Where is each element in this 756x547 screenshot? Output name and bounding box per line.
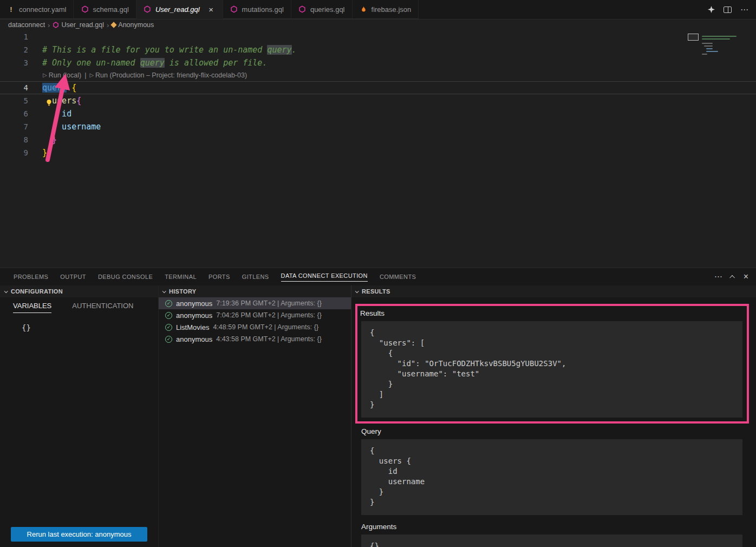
panel-actions: ⋯ × (714, 273, 756, 281)
yaml-warning-icon: ! (7, 5, 15, 14)
history-item-name: anonymous (176, 299, 212, 308)
line-number: 1 (0, 30, 28, 43)
chevron-right-icon: › (107, 21, 109, 29)
arguments-label: Arguments (361, 523, 396, 531)
code-editor[interactable]: 1 2 # This is a file for you to write an… (0, 30, 756, 268)
firebase-flame-icon (360, 5, 368, 14)
section-configuration[interactable]: CONFIGURATION (0, 285, 158, 297)
more-actions-icon[interactable]: ⋯ (740, 6, 748, 13)
rerun-last-execution-button[interactable]: Rerun last execution: anonymous (11, 527, 147, 542)
chevron-down-icon (355, 289, 359, 293)
tab-connector-yaml[interactable]: ! connector.yaml (0, 0, 74, 19)
tab-mutations-gql[interactable]: mutations.gql (223, 0, 291, 19)
run-local-link[interactable]: ▷Run (local) (43, 69, 81, 81)
minimap[interactable] (688, 32, 751, 70)
graphql-icon (230, 5, 238, 14)
code-line: 2 # This is a file for you to write an u… (0, 43, 756, 56)
history-item-meta: 7:19:36 PM GMT+2 | Arguments: {} (216, 299, 322, 307)
section-results[interactable]: RESULTS (351, 285, 756, 297)
more-actions-icon[interactable]: ⋯ (714, 274, 722, 280)
arguments-value: {} (361, 535, 742, 547)
panel-tab-ports[interactable]: PORTS (203, 268, 236, 285)
field-name: username (42, 122, 101, 132)
breadcrumb-file[interactable]: User_read.gql (53, 21, 104, 29)
history-item-meta: 7:04:26 PM GMT+2 | Arguments: {} (216, 311, 322, 319)
comment-text: is allowed per file. (165, 58, 268, 68)
maximize-panel-icon[interactable] (729, 275, 735, 280)
word-highlight: query (140, 58, 165, 68)
breadcrumb: dataconnect › User_read.gql › Anonymous (0, 19, 756, 30)
panel-tab-output[interactable]: OUTPUT (54, 268, 92, 285)
code-line: 6 id (0, 107, 756, 120)
success-check-icon: ✓ (165, 324, 172, 331)
brace: } (42, 148, 47, 158)
history-item[interactable]: ✓ anonymous 4:43:58 PM GMT+2 | Arguments… (159, 333, 351, 345)
lightbulb-icon[interactable] (45, 97, 53, 104)
code-line: 9 } (0, 146, 756, 159)
panel-tab-problems[interactable]: PROBLEMS (8, 268, 54, 285)
tab-queries-gql[interactable]: queries.gql (291, 0, 353, 19)
codelens-separator: | (84, 69, 86, 81)
breadcrumb-folder[interactable]: dataconnect (8, 21, 45, 29)
history-item-name: ListMovies (176, 323, 209, 331)
code-line: 8 } (0, 133, 756, 146)
code-line: 7 username (0, 120, 756, 133)
line-number: 3 (0, 56, 28, 69)
comment-text: . (292, 45, 297, 55)
tab-variables[interactable]: VARIABLES (13, 302, 51, 313)
codelens: ▷Run (local) | ▷Run (Production – Projec… (0, 69, 756, 81)
section-title: CONFIGURATION (11, 288, 63, 295)
tab-firebase-json[interactable]: firebase.json (353, 0, 419, 19)
line-number: 9 (0, 146, 28, 159)
panel-tab-comments[interactable]: COMMENTS (374, 268, 422, 285)
configuration-tabs: VARIABLES AUTHENTICATION (13, 302, 133, 313)
success-check-icon: ✓ (165, 336, 172, 343)
history-item[interactable]: ✓ ListMovies 4:48:59 PM GMT+2 | Argument… (159, 321, 351, 333)
breadcrumb-file-label: User_read.gql (61, 21, 104, 29)
breadcrumb-symbol[interactable]: Anonymous (112, 21, 154, 29)
query-code: { users { id username } } (361, 439, 742, 515)
close-panel-icon[interactable]: × (744, 273, 748, 281)
code-line: 3 # Only one un-named query is allowed p… (0, 56, 756, 69)
vscode-window: ! connector.yaml schema.gql User_read.gq… (0, 0, 756, 547)
tab-label: User_read.gql (155, 5, 200, 14)
run-production-link[interactable]: ▷Run (Production – Project: friendly-fli… (89, 69, 247, 81)
editor-actions: ⋯ (708, 0, 756, 19)
tab-user-read-gql[interactable]: User_read.gql × (136, 0, 223, 19)
tab-label: firebase.json (372, 5, 412, 14)
play-icon: ▷ (43, 69, 47, 81)
success-check-icon: ✓ (165, 312, 172, 319)
query-label: Query (361, 427, 381, 435)
tab-authentication[interactable]: AUTHENTICATION (72, 302, 133, 313)
history-item-meta: 4:48:59 PM GMT+2 | Arguments: {} (213, 323, 318, 331)
section-history[interactable]: HISTORY (158, 285, 351, 297)
play-icon: ▷ (89, 69, 94, 81)
line-number: 5 (0, 94, 28, 107)
code-line: 1 (0, 30, 756, 43)
panel-tab-debug-console[interactable]: DEBUG CONSOLE (92, 268, 159, 285)
tab-label: mutations.gql (242, 5, 284, 14)
line-number: 8 (0, 133, 28, 146)
copilot-sparkle-icon[interactable] (708, 6, 715, 13)
brace: } (42, 135, 57, 145)
editor-tab-bar: ! connector.yaml schema.gql User_read.gq… (0, 0, 756, 19)
results-label: Results (360, 309, 384, 317)
symbol-icon (111, 22, 117, 28)
panel-tab-data-connect-execution[interactable]: DATA CONNECT EXECUTION (275, 268, 374, 285)
line-number: 2 (0, 43, 28, 56)
section-title: HISTORY (169, 288, 196, 295)
tab-schema-gql[interactable]: schema.gql (74, 0, 136, 19)
split-editor-icon[interactable] (724, 6, 732, 13)
column-divider[interactable] (351, 285, 351, 547)
word-highlight: query (267, 45, 291, 55)
panel-tab-gitlens[interactable]: GITLENS (236, 268, 275, 285)
results-json: { "users": [ { "id": "OrTucFODZHTksvBSBU… (361, 321, 742, 418)
close-icon[interactable]: × (207, 5, 216, 14)
history-item[interactable]: ✓ anonymous 7:04:26 PM GMT+2 | Arguments… (159, 309, 351, 321)
history-item[interactable]: ✓ anonymous 7:19:36 PM GMT+2 | Arguments… (159, 297, 351, 309)
brace: { (67, 83, 76, 93)
variables-value[interactable]: {} (22, 323, 31, 332)
panel-tab-terminal[interactable]: TERMINAL (159, 268, 203, 285)
bottom-panel: PROBLEMS OUTPUT DEBUG CONSOLE TERMINAL P… (0, 268, 756, 547)
run-local-label: Run (local) (49, 69, 81, 81)
